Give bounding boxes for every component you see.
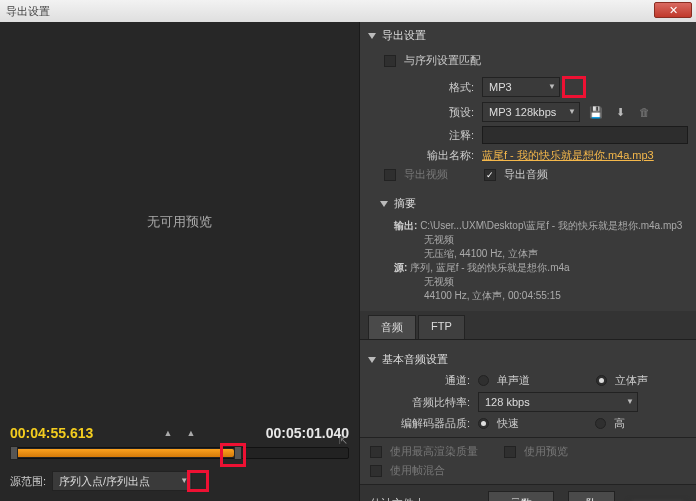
tab-ftp[interactable]: FTP (418, 315, 465, 339)
settings-panel: 导出设置 与序列设置匹配 格式: MP3 ▼ 预设: MP3 128kbps ▼ (360, 22, 696, 501)
quality-label: 编解码器品质: (380, 416, 470, 431)
disclosure-triangle-icon (368, 33, 376, 39)
save-preset-icon[interactable]: 💾 (588, 104, 604, 120)
high-label: 高 (614, 416, 625, 431)
bitrate-select[interactable]: 128 kbps ▼ (478, 392, 638, 412)
bitrate-label: 音频比特率: (380, 395, 470, 410)
metadata-button[interactable]: 元数据… (488, 491, 553, 501)
frameblend-checkbox (370, 465, 382, 477)
preset-label: 预设: (384, 105, 474, 120)
highlight-box-slider (220, 443, 246, 467)
mono-label: 单声道 (497, 373, 530, 388)
stereo-radio[interactable] (596, 375, 607, 386)
import-preset-icon[interactable]: ⬇ (612, 104, 628, 120)
chevron-down-icon: ▼ (548, 82, 556, 91)
titlebar: 导出设置 ✕ (0, 0, 696, 22)
fast-label: 快速 (497, 416, 519, 431)
summary-block: 输出: C:\User...UXM\Desktop\蓝尾f - 我的快乐就是想你… (360, 217, 696, 311)
output-name-link[interactable]: 蓝尾f - 我的快乐就是想你.m4a.mp3 (482, 148, 654, 163)
comment-input[interactable] (482, 126, 688, 144)
export-settings-header[interactable]: 导出设置 (360, 22, 696, 49)
summary-header[interactable]: 摘要 (360, 190, 696, 217)
tab-audio[interactable]: 音频 (368, 315, 416, 339)
format-label: 格式: (384, 80, 474, 95)
range-slider[interactable]: ⇱ (10, 447, 349, 463)
frameblend-label: 使用帧混合 (390, 463, 445, 478)
match-sequence-checkbox[interactable] (384, 55, 396, 67)
window-title: 导出设置 (6, 4, 50, 19)
preview-area: 无可用预览 (0, 22, 359, 421)
mark-out-icon[interactable]: ▲ (187, 428, 196, 438)
disclosure-triangle-icon (380, 201, 388, 207)
audio-settings-header[interactable]: 基本音频设置 (368, 348, 688, 371)
close-icon: ✕ (669, 4, 678, 17)
tab-bar: 音频 FTP (360, 311, 696, 340)
max-quality-label: 使用最高渲染质量 (390, 444, 478, 459)
mark-in-icon[interactable]: ▲ (164, 428, 173, 438)
source-range-select[interactable]: 序列入点/序列出点 ▼ (52, 471, 192, 491)
preview-empty-text: 无可用预览 (147, 213, 212, 231)
channel-label: 通道: (380, 373, 470, 388)
fit-icon[interactable]: ⇱ (339, 435, 347, 446)
export-video-checkbox (384, 169, 396, 181)
use-preview-label: 使用预览 (524, 444, 568, 459)
fast-radio[interactable] (478, 418, 489, 429)
stereo-label: 立体声 (615, 373, 648, 388)
preset-select[interactable]: MP3 128kbps ▼ (482, 102, 580, 122)
timecode-out: 00:05:01.040 (266, 425, 349, 441)
footer-bar: 估计文件大小: 4 MB 元数据… 队列 (360, 484, 696, 501)
format-select[interactable]: MP3 ▼ (482, 77, 560, 97)
export-audio-checkbox[interactable]: ✓ (484, 169, 496, 181)
highlight-box-source (187, 470, 209, 492)
chevron-down-icon: ▼ (626, 397, 634, 406)
disclosure-triangle-icon (368, 357, 376, 363)
mono-radio[interactable] (478, 375, 489, 386)
output-name-label: 输出名称: (384, 148, 474, 163)
match-sequence-label: 与序列设置匹配 (404, 53, 481, 68)
use-preview-checkbox (504, 446, 516, 458)
preview-panel: 无可用预览 00:04:55.613 ▲ ▲ 00:05:01.040 ⇱ 源范… (0, 22, 360, 501)
close-button[interactable]: ✕ (654, 2, 692, 18)
comment-label: 注释: (384, 128, 474, 143)
chevron-down-icon: ▼ (568, 107, 576, 116)
export-video-label: 导出视频 (404, 167, 448, 182)
queue-button[interactable]: 队列 (568, 491, 616, 501)
est-label: 估计文件大小: (370, 496, 426, 501)
export-audio-label: 导出音频 (504, 167, 548, 182)
highlight-box-format (562, 76, 586, 98)
delete-preset-icon: 🗑 (636, 104, 652, 120)
max-quality-checkbox (370, 446, 382, 458)
source-range-label: 源范围: (10, 474, 46, 489)
timecode-in[interactable]: 00:04:55.613 (10, 425, 93, 441)
high-radio[interactable] (595, 418, 606, 429)
